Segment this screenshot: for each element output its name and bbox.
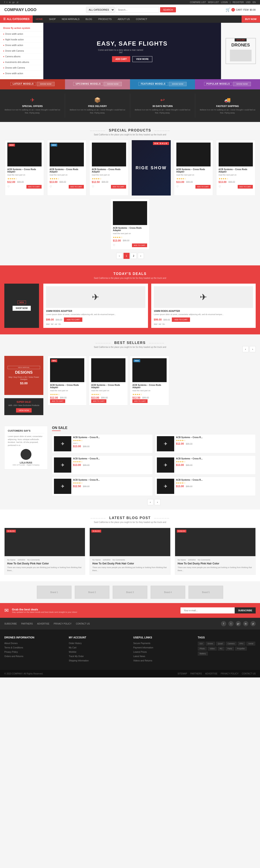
footer-social-facebook[interactable]: f [221, 621, 226, 626]
tab-btn-3[interactable]: SHOW NOW [233, 82, 251, 86]
sidebar-item-7[interactable]: Drone width action [0, 71, 43, 76]
wishlist-button-4[interactable]: ♡ [219, 185, 221, 188]
wishlist-button-3[interactable]: ♡ [176, 185, 179, 188]
footer-bottom-contact[interactable]: CONTACT US [242, 673, 256, 675]
search-button[interactable]: SEARCH [160, 7, 176, 12]
nav-item-shop[interactable]: SHOP [46, 16, 59, 23]
bs-add-cart-button-0[interactable]: ADD TO CART [50, 399, 65, 403]
sidebar-item-3[interactable]: Drone with Camera [0, 48, 43, 54]
wishlist-button-2[interactable]: ♡ [92, 185, 94, 188]
footer-bottom-sitemap[interactable]: SITEMAP [178, 673, 187, 675]
wishlist-link[interactable]: WISH LIST [208, 1, 219, 3]
social-linkedin[interactable]: in [9, 1, 11, 3]
tag-dji[interactable]: DJI [198, 642, 205, 646]
social-youtube[interactable]: yt [17, 1, 18, 3]
nav-item-home[interactable]: HOME [33, 16, 46, 23]
deal-add-cart-button-1[interactable]: ADD TO CART [172, 317, 190, 322]
footer-link-latest-news[interactable]: Latest News [133, 655, 191, 658]
tab-btn-2[interactable]: SHOW NOW [169, 82, 187, 86]
newsletter-subscribe-button[interactable]: SUBSCRIBE [235, 608, 256, 614]
currency-selector[interactable]: USD [246, 1, 251, 3]
tab-btn-1[interactable]: SHOW NOW [104, 82, 122, 86]
prev-page-button[interactable]: ‹ [116, 253, 122, 259]
footer-link-order-history[interactable]: Order History [69, 642, 127, 645]
sidebar-item-1[interactable]: Night hoodie action [0, 37, 43, 42]
tag-parts[interactable]: Parts [226, 647, 234, 651]
wishlist-button-1[interactable]: ♡ [50, 185, 52, 188]
search-input[interactable] [116, 7, 159, 12]
deal-add-cart-button-0[interactable]: ADD TO CART [64, 317, 82, 322]
footer-social-linkedin[interactable]: in [243, 621, 248, 626]
page-2-button[interactable]: 2 [131, 253, 137, 259]
page-1-button[interactable]: 1 [123, 253, 129, 259]
wishlist-button-5[interactable]: ♡ [113, 244, 115, 247]
sidebar-item-4[interactable]: Camera albums [0, 54, 43, 59]
wishlist-button-0[interactable]: ♡ [7, 185, 10, 188]
footer-link-subscribe[interactable]: SUBSCRIBE [4, 623, 17, 625]
login-link[interactable]: LOGIN [221, 1, 228, 3]
add-to-cart-button-5[interactable]: ADD TO CART [132, 244, 147, 247]
category-dropdown[interactable]: ALL CATEGORIES [86, 7, 115, 13]
footer-link-partners[interactable]: PARTNERS [21, 623, 33, 625]
tab-btn-0[interactable]: SHOW NOW [37, 82, 55, 86]
tag-quad[interactable]: Quad [216, 642, 225, 646]
add-to-cart-button-1[interactable]: ADD TO CART [69, 185, 84, 189]
footer-link-videos-returns[interactable]: Videos and Returns [133, 659, 191, 662]
categories-btn[interactable]: ☰ ALL CATEGORIES [0, 16, 33, 23]
on-sale-next-button[interactable]: › [154, 499, 160, 505]
social-facebook[interactable]: f [4, 1, 5, 3]
add-to-cart-button-3[interactable]: ADD TO CART [195, 185, 211, 189]
footer-bottom-advertise[interactable]: ADVERTISE [205, 673, 218, 675]
social-twitter[interactable]: t [7, 1, 7, 3]
nav-item-blog[interactable]: BLOG [82, 16, 95, 23]
footer-link-privacy-policy[interactable]: Privacy Policy [4, 650, 63, 653]
bs-add-cart-button-2[interactable]: ADD TO CART [133, 399, 148, 403]
footer-link-contact[interactable]: CONTACT US [76, 623, 90, 625]
model-tab-0[interactable]: LATEST MODELS SHOW NOW [0, 79, 65, 89]
footer-social-youtube[interactable]: yt [251, 621, 256, 626]
tag-propeller[interactable]: Propeller [235, 647, 247, 651]
tag-video[interactable]: Video [208, 647, 217, 651]
tag-camera[interactable]: Camera [226, 642, 236, 646]
bs-next-button[interactable]: › [250, 346, 256, 352]
register-link[interactable]: REGISTER [233, 1, 244, 3]
language-selector[interactable]: EN [253, 1, 256, 3]
nav-link-contact[interactable]: CONTACT [133, 16, 150, 23]
nav-link-about[interactable]: ABOUT US [115, 16, 133, 23]
sidebar-item-5[interactable]: Investments dirts albums [0, 59, 43, 65]
nav-link-new-arrivals[interactable]: NEW ARRIVALS [59, 16, 82, 23]
footer-link-terms[interactable]: Terms & Conditions [4, 646, 63, 649]
footer-link-payment-info[interactable]: Payment Information [133, 646, 191, 649]
nav-link-products[interactable]: PRODUCTS [95, 16, 115, 23]
nav-link-home[interactable]: HOME [33, 16, 46, 23]
footer-link-my-cart[interactable]: My Cart [69, 646, 127, 649]
bs-view-now-button[interactable]: VIEW NOW [16, 408, 32, 412]
tag-rc[interactable]: RC [218, 647, 224, 651]
nav-link-shop[interactable]: SHOP [46, 16, 59, 23]
footer-link-about-drones[interactable]: About Drones [4, 642, 63, 645]
footer-social-gplus[interactable]: g+ [236, 621, 241, 626]
nav-item-about[interactable]: ABOUT US [115, 16, 133, 23]
footer-link-privacy[interactable]: PRIVACY POLICY [54, 623, 72, 625]
footer-bottom-privacy[interactable]: PRIVACY POLICY [221, 673, 238, 675]
footer-social-twitter[interactable]: t [228, 621, 233, 626]
footer-link-orders-returns[interactable]: Orders and Returns [4, 655, 63, 658]
hero-add-cart-button[interactable]: ADD CART [112, 56, 130, 62]
model-tab-2[interactable]: FEATURED MODELS SHOW NOW [130, 79, 195, 89]
compare-link[interactable]: COMPARE LIST [190, 1, 206, 3]
tag-drone[interactable]: Drone [206, 642, 215, 646]
on-sale-prev-button[interactable]: ‹ [147, 499, 153, 505]
add-to-cart-button-4[interactable]: ADD TO CART [238, 185, 253, 189]
social-gplus[interactable]: g+ [12, 1, 15, 3]
deal-shop-now-button[interactable]: SHOP NOW [12, 306, 31, 311]
footer-link-lowest-prices[interactable]: Lowest Prices [133, 650, 191, 653]
bs-add-cart-button-1[interactable]: ADD TO CART [91, 399, 106, 403]
sidebar-item-6[interactable]: Drones with Camera [0, 65, 43, 71]
footer-bottom-partners[interactable]: PARTNERS [190, 673, 202, 675]
newsletter-email-input[interactable] [181, 608, 235, 614]
nav-item-products[interactable]: PRODUCTS [95, 16, 115, 23]
hero-view-more-button[interactable]: VIEW MORE [133, 56, 152, 62]
sidebar-item-0[interactable]: Drone width action [0, 31, 43, 37]
add-to-cart-button-0[interactable]: ADD TO CART [27, 185, 42, 189]
buy-now-button[interactable]: BUY NOW [242, 16, 260, 23]
